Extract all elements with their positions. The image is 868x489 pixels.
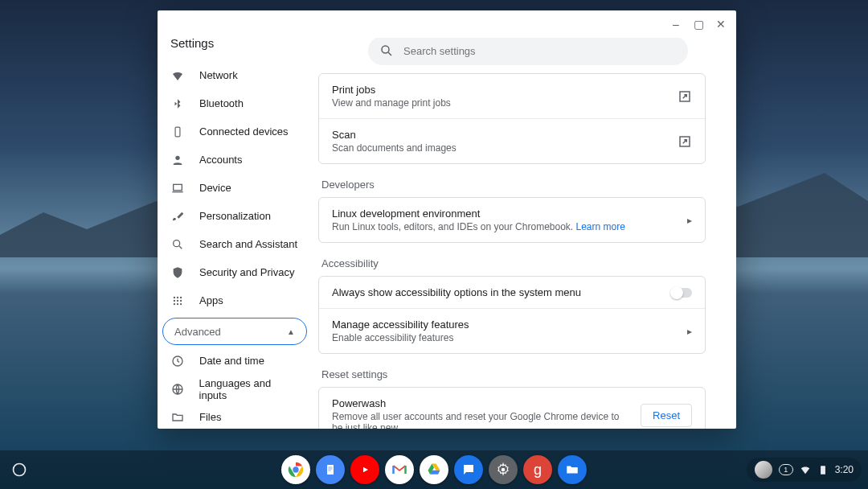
search-bar[interactable] xyxy=(368,38,688,65)
sidebar-item-date-time[interactable]: Date and time xyxy=(158,347,312,375)
app-gmail-icon[interactable] xyxy=(385,455,414,484)
sidebar-item-files[interactable]: Files xyxy=(158,403,312,429)
sidebar-item-label: Files xyxy=(199,411,221,423)
print-scan-card: Print jobs View and manage print jobs Sc… xyxy=(318,73,706,164)
app-docs-icon[interactable] xyxy=(316,455,345,484)
sidebar-advanced-toggle[interactable]: Advanced ▲ xyxy=(162,318,307,345)
sidebar-item-label: Date and time xyxy=(199,355,264,367)
svg-point-25 xyxy=(502,468,506,472)
search-input[interactable] xyxy=(403,45,677,57)
accessibility-toggle-row: Always show accessibility options in the… xyxy=(319,277,705,308)
svg-point-8 xyxy=(177,299,178,301)
row-subtitle: View and manage print jobs xyxy=(332,97,668,109)
reset-button[interactable]: Reset xyxy=(641,404,692,427)
wifi-status-icon xyxy=(800,464,811,475)
linux-env-row[interactable]: Linux development environment Run Linux … xyxy=(319,198,705,242)
sidebar-item-languages-inputs[interactable]: Languages and inputs xyxy=(158,375,312,403)
external-link-icon xyxy=(678,134,692,149)
app-settings-icon[interactable] xyxy=(489,455,518,484)
window-maximize-button[interactable]: ▢ xyxy=(688,14,709,35)
shelf-apps: g xyxy=(281,455,587,484)
svg-rect-21 xyxy=(327,465,334,475)
window-close-button[interactable]: ✕ xyxy=(710,14,731,35)
svg-point-10 xyxy=(174,302,175,304)
app-g-icon[interactable]: g xyxy=(523,455,552,484)
sidebar-item-accounts[interactable]: Accounts xyxy=(158,146,312,174)
accessibility-menu-toggle[interactable] xyxy=(671,288,692,298)
shield-icon xyxy=(170,265,185,280)
print-jobs-row[interactable]: Print jobs View and manage print jobs xyxy=(319,74,705,118)
window-titlebar: – ▢ ✕ xyxy=(158,10,736,38)
battery-icon xyxy=(817,464,829,475)
row-title: Linux development environment xyxy=(332,208,678,220)
app-messages-icon[interactable] xyxy=(454,455,483,484)
svg-point-20 xyxy=(293,466,298,472)
svg-point-3 xyxy=(174,240,180,246)
svg-point-15 xyxy=(382,46,389,53)
avatar-icon xyxy=(755,461,772,479)
row-title: Scan xyxy=(332,129,668,141)
person-icon xyxy=(170,153,185,167)
sidebar-item-device[interactable]: Device xyxy=(158,174,312,202)
chevron-right-icon: ▸ xyxy=(687,215,692,226)
row-title: Powerwash xyxy=(332,397,631,409)
learn-more-link[interactable]: Learn more xyxy=(576,221,625,232)
manage-accessibility-row[interactable]: Manage accessibility features Enable acc… xyxy=(319,308,705,353)
sidebar-item-personalization[interactable]: Personalization xyxy=(158,202,312,230)
svg-point-1 xyxy=(175,155,179,159)
svg-point-6 xyxy=(180,296,182,298)
svg-point-7 xyxy=(174,299,175,301)
app-drive-icon[interactable] xyxy=(420,455,448,484)
sidebar-item-label: Personalization xyxy=(199,210,271,222)
app-youtube-icon[interactable] xyxy=(350,455,379,484)
clock-time: 3:20 xyxy=(835,464,854,475)
search-icon xyxy=(170,237,185,252)
sidebar-item-bluetooth[interactable]: Bluetooth xyxy=(158,89,312,117)
row-title: Print jobs xyxy=(332,84,668,96)
sidebar-item-security-privacy[interactable]: Security and Privacy xyxy=(158,258,312,286)
clock-icon xyxy=(170,354,185,368)
sidebar-item-label: Accounts xyxy=(199,154,242,166)
sidebar-item-apps[interactable]: Apps xyxy=(158,286,312,314)
notification-count-badge: 1 xyxy=(779,464,793,475)
svg-rect-2 xyxy=(174,184,182,190)
settings-content: Print jobs View and manage print jobs Sc… xyxy=(312,38,736,429)
row-subtitle: Enable accessibility features xyxy=(332,332,678,343)
sidebar-item-label: Connected devices xyxy=(199,125,289,138)
launcher-button[interactable] xyxy=(6,457,32,483)
external-link-icon xyxy=(678,89,692,104)
page-title: Settings xyxy=(158,38,312,61)
sidebar-item-label: Device xyxy=(199,182,231,194)
sidebar-item-network[interactable]: Network xyxy=(158,61,312,89)
sidebar-item-label: Search and Assistant xyxy=(199,238,297,250)
app-chrome-icon[interactable] xyxy=(281,455,310,484)
sidebar-nav-list: Network Bluetooth Connected devices Acco… xyxy=(158,61,312,429)
laptop-icon xyxy=(170,181,185,195)
svg-rect-22 xyxy=(328,467,332,468)
developers-heading: Developers xyxy=(321,179,706,191)
globe-icon xyxy=(170,382,185,397)
svg-point-5 xyxy=(177,296,178,298)
window-minimize-button[interactable]: – xyxy=(665,14,686,35)
svg-rect-26 xyxy=(821,466,825,475)
system-tray[interactable]: 1 3:20 xyxy=(747,458,862,482)
svg-rect-24 xyxy=(328,471,330,471)
sidebar-item-label: Languages and inputs xyxy=(199,377,299,401)
svg-rect-0 xyxy=(175,127,180,137)
developers-card: Linux development environment Run Linux … xyxy=(318,197,706,243)
wifi-icon xyxy=(170,68,185,83)
svg-point-18 xyxy=(14,464,26,476)
sidebar-item-search-assistant[interactable]: Search and Assistant xyxy=(158,230,312,258)
scan-row[interactable]: Scan Scan documents and images xyxy=(319,118,705,163)
sidebar-item-connected-devices[interactable]: Connected devices xyxy=(158,117,312,146)
brush-icon xyxy=(170,209,185,224)
row-subtitle: Run Linux tools, editors, and IDEs on yo… xyxy=(332,221,678,232)
apps-icon xyxy=(170,294,185,308)
row-title: Manage accessibility features xyxy=(332,318,678,331)
row-subtitle: Remove all user accounts and reset your … xyxy=(332,411,631,429)
advanced-label: Advanced xyxy=(174,326,221,338)
shelf: g 1 3:20 xyxy=(0,450,868,489)
app-files-icon[interactable] xyxy=(558,455,587,484)
folder-icon xyxy=(170,410,185,425)
row-title: Always show accessibility options in the… xyxy=(332,286,661,298)
